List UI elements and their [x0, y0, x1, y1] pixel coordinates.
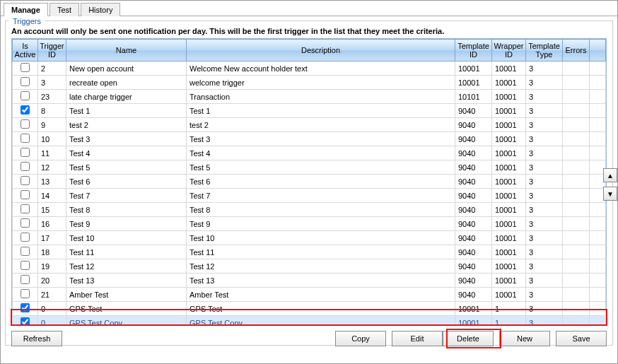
cell-name[interactable]: Test 3: [66, 132, 187, 146]
cell-id[interactable]: 20: [38, 274, 66, 288]
cell-err[interactable]: [563, 90, 590, 104]
col-trigger-id[interactable]: Trigger ID: [38, 40, 66, 61]
cell-wrap[interactable]: 1: [492, 316, 526, 325]
table-row[interactable]: 10Test 3Test 39040100013: [13, 132, 606, 146]
cell-is-active[interactable]: [13, 245, 38, 259]
tab-test[interactable]: Test: [49, 3, 79, 16]
cell-type[interactable]: 3: [526, 274, 563, 288]
cell-err[interactable]: [563, 316, 590, 325]
cell-tmpl[interactable]: 9040: [455, 245, 492, 259]
cell-name[interactable]: Test 5: [66, 160, 187, 175]
cell-type[interactable]: 3: [526, 217, 563, 231]
col-is-active[interactable]: Is Active: [13, 40, 38, 61]
cell-tmpl[interactable]: 9040: [455, 132, 492, 146]
cell-err[interactable]: [563, 160, 590, 175]
cell-is-active[interactable]: [13, 90, 38, 104]
new-button[interactable]: New: [499, 331, 550, 346]
cell-name[interactable]: Test 1: [66, 104, 187, 118]
cell-err[interactable]: [563, 104, 590, 118]
cell-type[interactable]: 3: [526, 288, 563, 302]
cell-err[interactable]: [563, 76, 590, 90]
cell-type[interactable]: 3: [526, 245, 563, 259]
cell-type[interactable]: 3: [526, 302, 563, 316]
cell-wrap[interactable]: 10001: [492, 118, 526, 132]
cell-wrap[interactable]: 10001: [492, 189, 526, 203]
col-name[interactable]: Name: [66, 40, 187, 61]
cell-id[interactable]: 2: [38, 61, 66, 76]
cell-name[interactable]: GPS Test Copy: [66, 316, 187, 325]
table-row[interactable]: 9test 2test 29040100013: [13, 118, 606, 132]
cell-tmpl[interactable]: 10001: [455, 61, 492, 76]
cell-id[interactable]: 23: [38, 90, 66, 104]
cell-is-active[interactable]: [13, 104, 38, 118]
cell-id[interactable]: 15: [38, 203, 66, 217]
is-active-checkbox[interactable]: [21, 204, 30, 213]
cell-wrap[interactable]: 10001: [492, 90, 526, 104]
table-row[interactable]: 16Test 9Test 99040100013: [13, 217, 606, 231]
is-active-checkbox[interactable]: [21, 119, 30, 129]
col-errors[interactable]: Errors: [563, 40, 590, 61]
cell-id[interactable]: 21: [38, 288, 66, 302]
cell-tmpl[interactable]: 9040: [455, 231, 492, 245]
cell-id[interactable]: 17: [38, 231, 66, 245]
cell-err[interactable]: [563, 217, 590, 231]
cell-err[interactable]: [563, 61, 590, 76]
cell-wrap[interactable]: 10001: [492, 245, 526, 259]
cell-desc[interactable]: Test 8: [187, 203, 455, 217]
cell-is-active[interactable]: [13, 231, 38, 245]
cell-is-active[interactable]: [13, 76, 38, 90]
cell-desc[interactable]: Test 6: [187, 175, 455, 189]
cell-wrap[interactable]: 10001: [492, 231, 526, 245]
is-active-checkbox[interactable]: [21, 77, 30, 86]
cell-tmpl[interactable]: 9040: [455, 274, 492, 288]
cell-tmpl[interactable]: 9040: [455, 288, 492, 302]
cell-is-active[interactable]: [13, 175, 38, 189]
is-active-checkbox[interactable]: [21, 190, 30, 199]
table-row[interactable]: 20Test 13Test 139040100013: [13, 274, 606, 288]
cell-name[interactable]: Test 10: [66, 231, 187, 245]
col-wrapper-id[interactable]: Wrapper ID: [492, 40, 526, 61]
table-row[interactable]: 13Test 6Test 69040100013: [13, 175, 606, 189]
cell-desc[interactable]: GPS Test Copy: [187, 316, 455, 325]
cell-id[interactable]: 16: [38, 217, 66, 231]
save-button[interactable]: Save: [556, 331, 607, 346]
cell-name[interactable]: GPS Test: [66, 302, 187, 316]
cell-tmpl[interactable]: 9040: [455, 217, 492, 231]
cell-wrap[interactable]: 10001: [492, 146, 526, 160]
cell-is-active[interactable]: [13, 302, 38, 316]
cell-tmpl[interactable]: 10001: [455, 316, 492, 325]
cell-id[interactable]: 13: [38, 175, 66, 189]
cell-type[interactable]: 3: [526, 76, 563, 90]
col-template-id[interactable]: Template ID: [455, 40, 492, 61]
cell-is-active[interactable]: [13, 316, 38, 325]
cell-desc[interactable]: Test 4: [187, 146, 455, 160]
is-active-checkbox[interactable]: [21, 218, 30, 228]
cell-wrap[interactable]: 10001: [492, 274, 526, 288]
cell-wrap[interactable]: 1: [492, 302, 526, 316]
cell-is-active[interactable]: [13, 217, 38, 231]
cell-name[interactable]: Amber Test: [66, 288, 187, 302]
cell-wrap[interactable]: 10001: [492, 76, 526, 90]
table-row[interactable]: 14Test 7Test 79040100013: [13, 189, 606, 203]
cell-name[interactable]: test 2: [66, 118, 187, 132]
cell-wrap[interactable]: 10001: [492, 259, 526, 274]
is-active-checkbox[interactable]: [21, 91, 30, 100]
cell-tmpl[interactable]: 9040: [455, 118, 492, 132]
cell-name[interactable]: Test 6: [66, 175, 187, 189]
table-row[interactable]: 11Test 4Test 49040100013: [13, 146, 606, 160]
cell-is-active[interactable]: [13, 189, 38, 203]
cell-tmpl[interactable]: 10001: [455, 76, 492, 90]
cell-tmpl[interactable]: 9040: [455, 175, 492, 189]
table-row[interactable]: 15Test 8Test 89040100013: [13, 203, 606, 217]
cell-type[interactable]: 3: [526, 189, 563, 203]
cell-wrap[interactable]: 10001: [492, 217, 526, 231]
cell-type[interactable]: 3: [526, 175, 563, 189]
is-active-checkbox[interactable]: [21, 275, 30, 284]
grid-scroll[interactable]: Is Active Trigger ID Name Description Te…: [12, 39, 606, 324]
cell-wrap[interactable]: 10001: [492, 160, 526, 175]
cell-is-active[interactable]: [13, 274, 38, 288]
cell-type[interactable]: 3: [526, 90, 563, 104]
cell-err[interactable]: [563, 259, 590, 274]
cell-desc[interactable]: Test 12: [187, 259, 455, 274]
cell-name[interactable]: Test 4: [66, 146, 187, 160]
